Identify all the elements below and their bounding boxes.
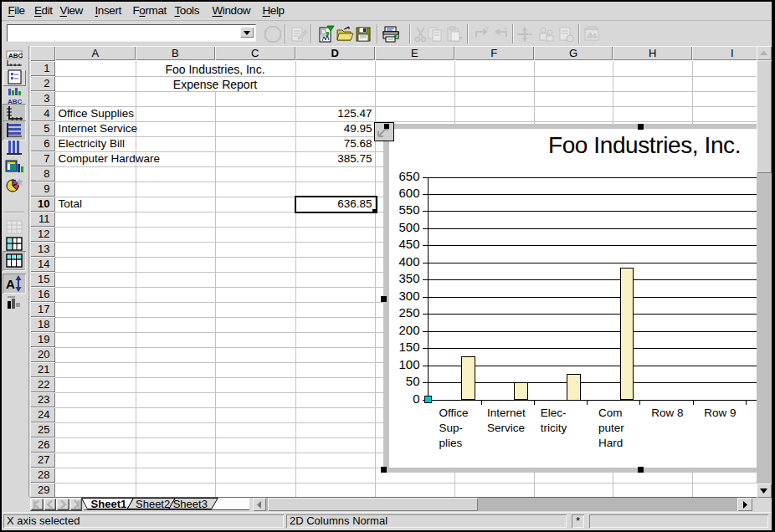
svg-text:Sheet1: Sheet1 [91, 498, 127, 510]
svg-text:A: A [6, 277, 15, 291]
svg-text:Sheet3: Sheet3 [173, 498, 208, 510]
svg-text:ABC: ABC [8, 52, 23, 59]
svg-text:Sheet2: Sheet2 [136, 498, 170, 510]
